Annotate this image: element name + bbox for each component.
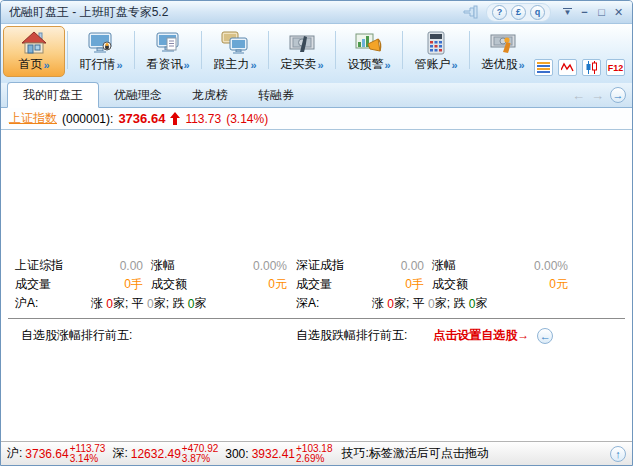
tab-philosophy[interactable]: 优融理念 <box>99 83 177 107</box>
status-bar: 沪: 3736.64 +113.73 3.14% 深: 12632.49 +47… <box>1 441 632 465</box>
tab-margin[interactable]: 转融券 <box>243 83 309 107</box>
stats-row: 成交量 0手 成交额 0元 <box>15 275 296 294</box>
tab-dragon-tiger[interactable]: 龙虎榜 <box>177 83 243 107</box>
quote-button[interactable]: q <box>530 5 545 20</box>
toolbar-separator <box>201 31 202 69</box>
mini-icon-group: F12 <box>534 59 629 76</box>
close-button[interactable]: ✕ <box>610 6 627 19</box>
app-window: 优融盯盘王 - 上班盯盘专家5.2 ? £ q ▼ − □ ✕ <box>0 0 633 466</box>
volume-label: 成交量 <box>15 276 77 293</box>
status-change-stack: +113.73 3.14% <box>70 444 106 464</box>
stats-row: 深A: 涨 0家; 平 0家; 跌 0家 <box>296 294 577 313</box>
line-chart-icon[interactable] <box>558 59 577 76</box>
status-pct: 3.87% <box>182 454 210 464</box>
chevron-right-icon: » <box>183 59 189 71</box>
toolbar-separator <box>134 31 135 69</box>
title-bar[interactable]: 优融盯盘王 - 上班盯盘专家5.2 ? £ q ▼ − □ ✕ <box>1 1 632 23</box>
change-label: 涨幅 <box>432 257 488 274</box>
toolbar-button-set-alert[interactable]: 设预警» <box>338 26 400 77</box>
volume-value: 0手 <box>358 276 424 293</box>
stats-row: 上证综指 0.00 涨幅 0.00% <box>15 256 296 275</box>
status-pct: 3.14% <box>70 454 98 464</box>
index-value: 0.00 <box>77 259 143 273</box>
flat-count: 0 <box>428 297 435 311</box>
tab-bar: 我的盯盘王 优融理念 龙虎榜 转融券 ← → → <box>1 83 632 108</box>
toolbar-separator <box>335 31 336 69</box>
toolbar-button-follow-mainforce[interactable]: 跟主力» <box>204 26 266 77</box>
chevron-right-icon: » <box>43 59 49 71</box>
collapse-left-button[interactable]: ← <box>537 328 553 344</box>
chevron-right-icon: » <box>451 59 457 71</box>
flat-label: 平 <box>413 295 428 312</box>
pin-icon[interactable] <box>462 5 480 19</box>
status-value: 3736.64 <box>25 447 68 461</box>
scroll-top-button[interactable]: ↑ <box>610 446 626 462</box>
shenzhen-stats-column: 深证成指 0.00 涨幅 0.00% 成交量 0手 成交额 0元 深A: 涨 0… <box>296 256 577 313</box>
set-trade-icon <box>287 28 317 56</box>
status-label: 深: <box>112 445 127 462</box>
toolbar-button-news[interactable]: 看资讯» <box>137 26 199 77</box>
status-index-300[interactable]: 300: 3932.41 +103.18 2.69% <box>225 444 332 464</box>
board-label: 深A: <box>296 295 358 312</box>
amount-label: 成交额 <box>151 276 207 293</box>
down-unit: 家 <box>475 295 487 312</box>
setup-watchlist-link[interactable]: 点击设置自选股→ <box>433 327 529 344</box>
toolbar-button-watch-market[interactable]: 盯行情» <box>70 26 132 77</box>
status-index-sh[interactable]: 沪: 3736.64 +113.73 3.14% <box>7 444 105 464</box>
watchlist-losers-label: 自选股跌幅排行前五: <box>296 327 407 344</box>
watchlist-gainers-label: 自选股涨幅排行前五: <box>21 327 296 344</box>
chevron-right-icon: » <box>518 59 524 71</box>
f12-shortcut-icon[interactable]: F12 <box>606 59 625 76</box>
index-change: 113.73 <box>185 112 221 126</box>
index-price: 3736.64 <box>118 111 165 126</box>
toolbar-button-manage-account[interactable]: 管账户» <box>405 26 467 77</box>
section-divider <box>8 318 625 319</box>
tab-my-panel[interactable]: 我的盯盘王 <box>7 82 99 108</box>
pick-stock-icon <box>488 28 518 56</box>
toolbar-button-label: 设预警 <box>347 56 383 73</box>
list-view-icon[interactable] <box>534 59 553 76</box>
index-label: 深证成指 <box>296 257 358 274</box>
change-label: 涨幅 <box>151 257 207 274</box>
toolbar-button-label: 盯行情 <box>79 56 115 73</box>
toolbar-button-pick-stock[interactable]: 选优股» <box>472 26 534 77</box>
nav-go-button[interactable]: → <box>610 87 626 103</box>
toolbar-button-home[interactable]: 首页» <box>3 26 65 77</box>
up-label: 涨 <box>372 295 387 312</box>
amount-value: 0元 <box>488 276 568 293</box>
nav-forward-icon[interactable]: → <box>591 88 604 103</box>
board-label: 沪A: <box>15 295 77 312</box>
index-change-pct: (3.14%) <box>226 112 268 126</box>
follow-mainforce-icon <box>220 28 250 56</box>
chevron-right-icon: » <box>317 59 323 71</box>
currency-button[interactable]: £ <box>511 5 526 20</box>
market-stats: 上证综指 0.00 涨幅 0.00% 成交量 0手 成交额 0元 沪A: 涨 0… <box>1 256 632 313</box>
manage-account-icon <box>421 28 451 56</box>
up-label: 涨 <box>91 295 106 312</box>
toolbar-button-set-trade[interactable]: 定买卖» <box>271 26 333 77</box>
minimize-button[interactable]: − <box>576 6 593 18</box>
status-change: +103.18 <box>296 444 332 454</box>
index-value: 0.00 <box>358 259 424 273</box>
news-icon <box>153 28 183 56</box>
index-name-link[interactable]: 上证指数 <box>9 110 57 127</box>
status-value: 12632.49 <box>131 447 181 461</box>
help-button[interactable]: ? <box>492 5 507 20</box>
minimize-to-tray-button[interactable]: ▼ <box>559 8 576 16</box>
toolbar-separator <box>268 31 269 69</box>
toolbar-separator <box>469 31 470 69</box>
status-index-sz[interactable]: 深: 12632.49 +470.92 3.87% <box>112 444 218 464</box>
stats-row: 沪A: 涨 0家; 平 0家; 跌 0家 <box>15 294 296 313</box>
maximize-button[interactable]: □ <box>593 6 610 18</box>
nav-back-icon[interactable]: ← <box>572 88 585 103</box>
change-value: 0.00% <box>488 259 568 273</box>
volume-label: 成交量 <box>296 276 358 293</box>
amount-value: 0元 <box>207 276 287 293</box>
change-value: 0.00% <box>207 259 287 273</box>
status-label: 300: <box>225 447 248 461</box>
toolbar-button-label: 跟主力 <box>213 56 249 73</box>
down-label: 跌 <box>453 295 468 312</box>
candlestick-chart-icon[interactable] <box>582 59 601 76</box>
status-change: +470.92 <box>182 444 218 454</box>
stats-row: 深证成指 0.00 涨幅 0.00% <box>296 256 577 275</box>
